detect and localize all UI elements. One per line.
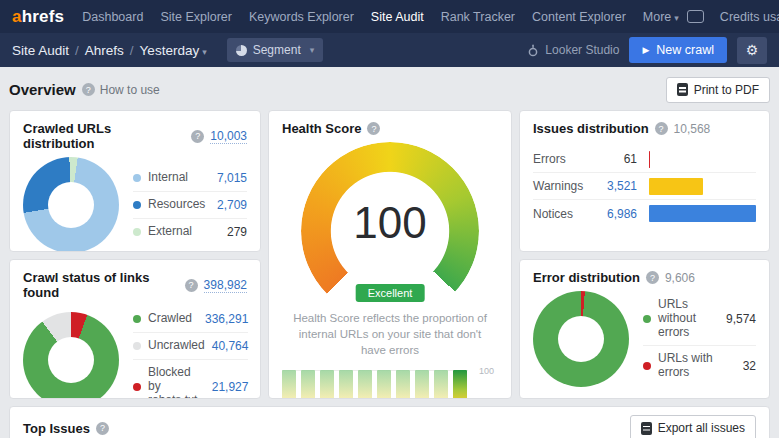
health-history-y-axis: 100 50 0: [468, 370, 496, 399]
logo-a: a: [12, 7, 22, 26]
how-to-use-link[interactable]: ? How to use: [82, 83, 160, 97]
breadcrumb-site-audit[interactable]: Site Audit: [12, 43, 69, 58]
nav-dashboard[interactable]: Dashboard: [82, 10, 143, 24]
legend-item-internal[interactable]: Internal 7,015: [133, 165, 247, 192]
card-title: Health Score: [282, 121, 361, 136]
nav-site-audit[interactable]: Site Audit: [371, 10, 424, 24]
legend-value[interactable]: 336,291: [205, 312, 248, 326]
legend-label: URLs with errors: [658, 352, 736, 380]
legend-dot: [643, 362, 651, 370]
play-icon: ▶: [642, 45, 649, 55]
chevron-down-icon: ▾: [674, 13, 679, 23]
issues-total: 10,568: [674, 122, 711, 136]
issue-row-notices[interactable]: Notices 6,986: [533, 200, 756, 227]
legend-value[interactable]: 40,764: [212, 339, 249, 353]
nav-rank-tracker[interactable]: Rank Tracker: [441, 10, 515, 24]
issue-label: Notices: [533, 207, 595, 221]
legend-value[interactable]: 21,927: [212, 380, 249, 394]
legend-item-without-errors[interactable]: URLs without errors 9,574: [643, 292, 756, 346]
health-history-bar: [434, 370, 448, 399]
breadcrumb: Site Audit / Ahrefs / Yesterday▾: [12, 43, 207, 58]
nav-credits-usage[interactable]: Credits usage▾: [720, 10, 779, 24]
export-all-issues-button[interactable]: Export all issues: [630, 415, 756, 438]
crawl-status-legend: Crawled 336,291 Uncrawled 40,764 Blocked…: [133, 306, 248, 399]
legend-dot: [133, 201, 141, 209]
legend-item-uncrawled[interactable]: Uncrawled 40,764: [133, 333, 248, 360]
issue-value[interactable]: 3,521: [595, 179, 637, 193]
chevron-down-icon: ▾: [202, 47, 207, 57]
legend-item-with-errors[interactable]: URLs with errors 32: [643, 346, 756, 386]
help-icon[interactable]: ?: [185, 279, 198, 292]
legend-item-blocked[interactable]: Blocked by robots.txt 21,927: [133, 360, 248, 399]
segment-label: Segment: [253, 43, 301, 57]
breadcrumb-project[interactable]: Ahrefs: [85, 43, 124, 58]
health-score-gauge: 100 Excellent: [301, 142, 479, 294]
card-title: Error distribution: [533, 270, 640, 285]
health-history-plot: [282, 370, 468, 399]
nav-content-explorer[interactable]: Content Explorer: [532, 10, 626, 24]
legend-item-resources[interactable]: Resources 2,709: [133, 192, 247, 219]
looker-studio-label: Looker Studio: [545, 43, 619, 57]
legend-item-external[interactable]: External 279: [133, 219, 247, 245]
nav-more[interactable]: More▾: [643, 10, 679, 24]
nav-keywords-explorer[interactable]: Keywords Explorer: [249, 10, 354, 24]
legend-dot: [133, 315, 141, 323]
donut-hole: [48, 337, 94, 383]
issue-value[interactable]: 6,986: [595, 207, 637, 221]
health-history-chart: 100 50 0: [282, 370, 498, 399]
legend-item-crawled[interactable]: Crawled 336,291: [133, 306, 248, 333]
help-icon[interactable]: ?: [646, 271, 659, 284]
help-icon[interactable]: ?: [367, 122, 380, 135]
crawl-status-total[interactable]: 398,982: [204, 278, 247, 293]
logo-rest: hrefs: [22, 7, 65, 26]
settings-button[interactable]: ⚙: [737, 37, 767, 64]
nav-right: Credits usage▾ Ahrefs Enterprise▾: [687, 10, 779, 24]
health-history-bar: [377, 370, 391, 399]
help-icon[interactable]: ?: [655, 122, 668, 135]
credits-label: Credits usage: [720, 10, 779, 24]
crawled-total[interactable]: 10,003: [210, 129, 247, 144]
legend-dot: [133, 342, 141, 350]
card-title: Crawled URLs distribution: [23, 121, 185, 151]
ahrefs-logo[interactable]: ahrefs: [12, 7, 64, 27]
export-file-icon: [641, 422, 652, 435]
new-crawl-button[interactable]: ▶ New crawl: [629, 37, 727, 63]
health-history-bar: [415, 370, 429, 399]
top-navbar: ahrefs Dashboard Site Explorer Keywords …: [0, 0, 779, 33]
breadcrumb-separator: /: [75, 43, 79, 58]
export-all-issues-label: Export all issues: [658, 421, 745, 435]
health-history-bar: [339, 370, 353, 399]
devices-icon[interactable]: [687, 10, 704, 23]
issue-row-errors[interactable]: Errors 61: [533, 146, 756, 173]
health-history-bar: [396, 370, 410, 399]
legend-value[interactable]: 7,015: [217, 171, 247, 185]
legend-label: Resources: [148, 198, 205, 212]
help-icon[interactable]: ?: [191, 130, 204, 143]
donut-hole: [48, 182, 94, 228]
crawl-date-label: Yesterday: [140, 43, 200, 58]
donut-hole: [558, 316, 604, 362]
help-icon[interactable]: ?: [96, 422, 109, 435]
legend-dot: [133, 383, 141, 391]
looker-studio-icon: [527, 44, 539, 57]
issue-row-warnings[interactable]: Warnings 3,521: [533, 173, 756, 200]
page-title: Overview: [9, 81, 76, 98]
print-to-pdf-button[interactable]: Print to PDF: [666, 77, 770, 103]
issue-bar: [649, 178, 703, 195]
y-tick: 100: [479, 366, 494, 376]
nav-more-label: More: [643, 10, 671, 24]
crawled-urls-card: Crawled URLs distribution ? 10,003 Inter…: [9, 110, 261, 252]
health-history-bar: [282, 370, 296, 399]
legend-label: External: [148, 225, 192, 239]
looker-studio-link[interactable]: Looker Studio: [527, 43, 619, 57]
crawl-status-card: Crawl status of links found ? 398,982 Cr…: [9, 259, 261, 399]
card-title: Crawl status of links found: [23, 270, 179, 300]
segment-button[interactable]: Segment ▾: [227, 38, 324, 62]
legend-value[interactable]: 2,709: [217, 198, 247, 212]
issue-bar: [649, 151, 650, 168]
crawl-date-dropdown[interactable]: Yesterday▾: [140, 43, 207, 58]
health-history-bar: [453, 370, 467, 399]
issues-rows: Errors 61 Warnings 3,521 Notices 6,986: [533, 146, 756, 227]
health-score-card: Health Score ? 100 Excellent Health Scor…: [268, 110, 512, 399]
nav-site-explorer[interactable]: Site Explorer: [160, 10, 232, 24]
